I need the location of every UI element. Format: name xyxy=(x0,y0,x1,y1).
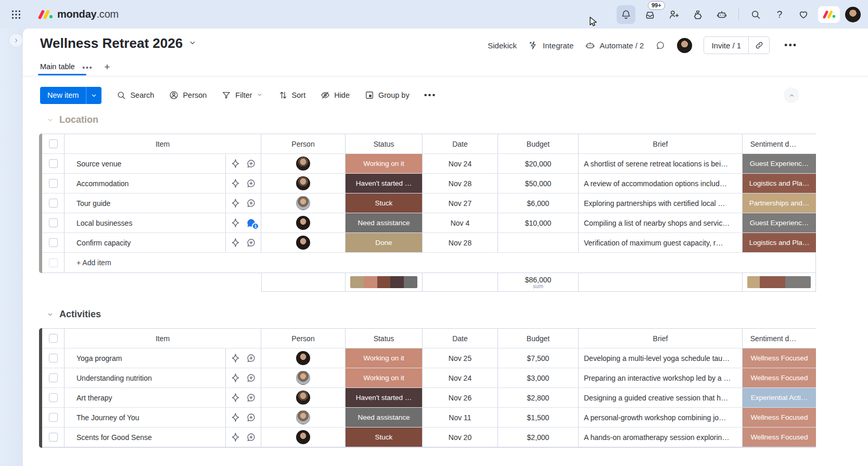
budget-cell[interactable] xyxy=(498,233,579,253)
brief-cell[interactable]: A review of accommodation options includ… xyxy=(579,174,743,193)
add-update-icon[interactable] xyxy=(246,432,257,443)
status-cell[interactable]: Stuck xyxy=(346,193,423,213)
sentiment-cell[interactable]: Wellness Focused xyxy=(743,368,816,388)
item-name-cell[interactable]: Scents for Good Sense xyxy=(65,428,226,447)
person-cell[interactable] xyxy=(261,193,346,213)
budget-cell[interactable]: $20,000 xyxy=(498,154,579,174)
add-update-icon[interactable] xyxy=(246,412,257,423)
status-cell[interactable]: Working on it xyxy=(346,154,423,174)
column-header-budget[interactable]: Budget xyxy=(498,329,579,348)
add-update-icon[interactable] xyxy=(246,372,257,383)
column-header-date[interactable]: Date xyxy=(423,329,498,348)
sentiment-cell[interactable]: Wellness Focused xyxy=(743,348,816,368)
brief-cell[interactable]: Developing a multi-level yoga schedule t… xyxy=(579,348,743,368)
column-header-person[interactable]: Person xyxy=(261,134,346,154)
status-cell[interactable]: Done xyxy=(346,233,423,253)
status-cell[interactable]: Working on it xyxy=(346,368,423,388)
status-cell[interactable]: Haven't started … xyxy=(346,174,423,193)
ai-sparkle-icon[interactable] xyxy=(230,158,241,169)
group-by-button[interactable]: Group by xyxy=(364,90,410,100)
invite-button[interactable]: Invite / 1 xyxy=(704,37,748,54)
person-cell[interactable] xyxy=(261,428,346,447)
date-cell[interactable]: Nov 11 xyxy=(423,408,498,428)
person-cell[interactable] xyxy=(261,233,346,253)
board-chat-button[interactable] xyxy=(655,40,666,50)
item-name-cell[interactable]: Understanding nutrition xyxy=(65,368,226,388)
ai-sparkle-icon[interactable] xyxy=(230,372,241,383)
select-all-checkbox[interactable] xyxy=(49,334,58,343)
ai-sparkle-icon[interactable] xyxy=(230,432,241,443)
date-cell[interactable]: Nov 24 xyxy=(423,154,498,174)
row-checkbox[interactable] xyxy=(49,199,58,208)
ai-sparkle-icon[interactable] xyxy=(230,412,241,423)
column-header-sentiment[interactable]: Sentiment d… xyxy=(743,329,816,348)
item-name-cell[interactable]: Accommodation xyxy=(65,174,226,193)
toolbar-more-button[interactable]: ••• xyxy=(424,90,437,100)
row-checkbox[interactable] xyxy=(49,179,58,188)
column-header-sentiment[interactable]: Sentiment d… xyxy=(743,134,816,154)
person-avatar[interactable] xyxy=(296,391,310,405)
apps-grid-button[interactable] xyxy=(7,6,25,23)
person-cell[interactable] xyxy=(261,388,346,408)
integrate-button[interactable]: Integrate xyxy=(528,40,573,50)
sentiment-cell[interactable]: Logistics and Pla… xyxy=(743,174,816,193)
item-name-cell[interactable]: The Journey of You xyxy=(65,408,226,428)
copy-board-link-button[interactable] xyxy=(748,37,769,54)
group-collapse-icon[interactable] xyxy=(46,310,54,318)
brief-cell[interactable]: Exploring partnerships with certified lo… xyxy=(579,193,743,213)
person-cell[interactable] xyxy=(261,154,346,174)
search-toolbar-button[interactable]: Search xyxy=(116,90,154,100)
group-name[interactable]: Location xyxy=(59,114,98,125)
person-avatar[interactable] xyxy=(296,157,310,171)
hide-button[interactable]: Hide xyxy=(320,90,350,100)
brief-cell[interactable]: A shortlist of serene retreat locations … xyxy=(579,154,743,174)
ai-sparkle-icon[interactable] xyxy=(230,237,241,248)
ai-sparkle-icon[interactable] xyxy=(230,217,241,228)
budget-cell[interactable]: $2,000 xyxy=(498,428,579,447)
add-update-icon[interactable] xyxy=(246,392,257,403)
column-header-person[interactable]: Person xyxy=(261,329,346,348)
board-owner-avatar[interactable] xyxy=(677,38,692,53)
column-header-brief[interactable]: Brief xyxy=(579,134,743,154)
tab-options-button[interactable]: ••• xyxy=(82,63,93,74)
person-cell[interactable] xyxy=(261,174,346,193)
sidekick-button[interactable]: Sidekick xyxy=(473,40,517,50)
person-avatar[interactable] xyxy=(296,410,310,424)
summary-status-cell[interactable] xyxy=(346,273,423,292)
select-all-checkbox[interactable] xyxy=(49,139,58,148)
date-cell[interactable]: Nov 26 xyxy=(423,388,498,408)
apps-marketplace-button[interactable] xyxy=(688,5,707,24)
collapse-header-button[interactable] xyxy=(784,87,799,103)
new-item-button[interactable]: New item xyxy=(40,87,101,104)
notifications-button[interactable] xyxy=(617,5,635,24)
sentiment-cell[interactable]: Guest Experienc… xyxy=(743,213,816,233)
item-name-cell[interactable]: Tour guide xyxy=(65,193,226,213)
budget-cell[interactable]: $3,000 xyxy=(498,368,579,388)
invite-members-button[interactable] xyxy=(665,5,683,24)
sentiment-cell[interactable]: Wellness Focused xyxy=(743,408,816,428)
row-checkbox[interactable] xyxy=(49,238,58,247)
sentiment-cell[interactable]: Logistics and Pla… xyxy=(743,233,816,253)
date-cell[interactable]: Nov 20 xyxy=(423,428,498,447)
add-update-icon[interactable] xyxy=(246,158,257,169)
filter-dropdown[interactable] xyxy=(256,91,263,100)
sentiment-cell[interactable]: Guest Experienc… xyxy=(743,154,816,174)
status-cell[interactable]: Need assistance xyxy=(346,408,423,428)
item-name-cell[interactable]: Yoga program xyxy=(65,348,226,368)
inbox-button[interactable]: 99+ xyxy=(641,5,659,24)
brief-cell[interactable]: A hands-on aromatherapy session explorin… xyxy=(579,428,743,447)
brief-cell[interactable]: A personal-growth workshop combining jo… xyxy=(579,408,743,428)
column-header-brief[interactable]: Brief xyxy=(579,329,743,348)
summary-sentiment-cell[interactable] xyxy=(743,273,816,292)
ai-sparkle-icon[interactable] xyxy=(230,198,241,209)
sentiment-cell[interactable]: Wellness Focused xyxy=(743,428,816,447)
date-cell[interactable]: Nov 24 xyxy=(423,368,498,388)
group-name[interactable]: Activities xyxy=(59,309,101,320)
sentiment-cell[interactable]: Experiential Acti… xyxy=(743,388,816,408)
whats-new-button[interactable] xyxy=(794,5,813,24)
tab-main-table[interactable]: Main table xyxy=(40,62,75,74)
person-cell[interactable] xyxy=(261,213,346,233)
sort-button[interactable]: Sort xyxy=(278,90,306,100)
column-header-status[interactable]: Status xyxy=(346,329,423,348)
date-cell[interactable]: Nov 28 xyxy=(423,174,498,193)
